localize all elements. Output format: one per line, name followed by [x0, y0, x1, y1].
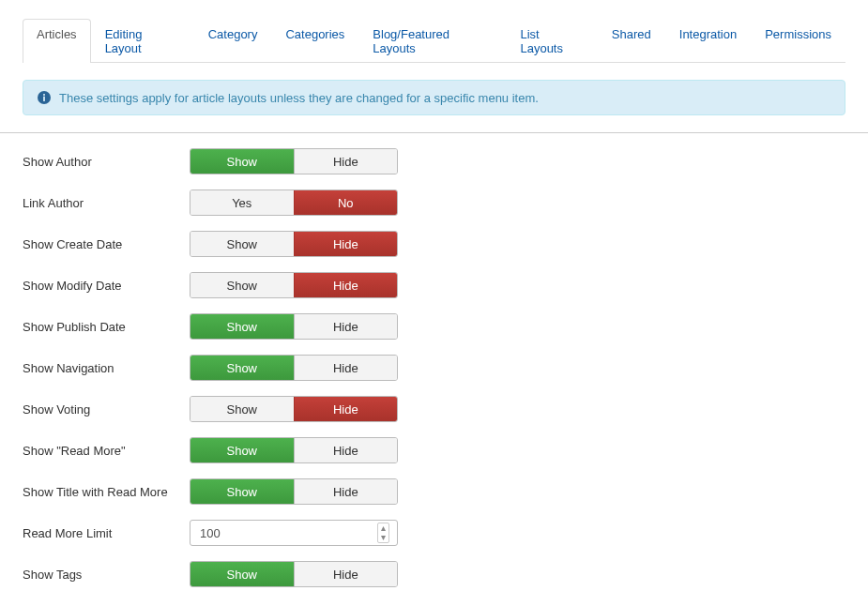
toggle-option[interactable]: Show: [190, 397, 294, 421]
tab-permissions[interactable]: Permissions: [751, 19, 845, 63]
toggle-option[interactable]: Yes: [190, 190, 294, 215]
toggle-option[interactable]: Hide: [294, 479, 398, 504]
toggle-option[interactable]: Hide: [294, 149, 398, 174]
toggle-option[interactable]: Show: [190, 438, 294, 462]
field-label: Show "Read More": [23, 444, 190, 458]
toggle-group: ShowHide: [190, 148, 398, 174]
toggle-group: YesNo: [190, 189, 398, 216]
info-alert-text: These settings apply for article layouts…: [59, 91, 539, 105]
tab-editing-layout[interactable]: Editing Layout: [91, 19, 194, 63]
info-icon: [37, 90, 52, 105]
field-row: Show Modify DateShowHide: [23, 272, 845, 298]
toggle-group: ShowHide: [190, 355, 398, 381]
field-label: Show Publish Date: [23, 320, 190, 334]
toggle-group: ShowHide: [190, 437, 398, 463]
tab-blog-featured-layouts[interactable]: Blog/Featured Layouts: [358, 19, 506, 63]
toggle-option[interactable]: Show: [190, 562, 294, 586]
tab-list-layouts[interactable]: List Layouts: [506, 19, 597, 63]
toggle-option[interactable]: Show: [190, 479, 294, 504]
field-row: Show Create DateShowHide: [23, 231, 845, 257]
field-label: Read More Limit: [23, 526, 190, 540]
svg-rect-2: [43, 94, 45, 96]
toggle-option[interactable]: Hide: [294, 356, 398, 380]
field-row: Read More Limit▴▾: [23, 520, 845, 546]
field-row: Show TagsShowHide: [23, 561, 845, 587]
field-row: Show AuthorShowHide: [23, 148, 845, 174]
svg-rect-1: [43, 97, 45, 101]
tab-shared[interactable]: Shared: [598, 19, 665, 63]
tab-integration[interactable]: Integration: [665, 19, 751, 63]
field-label: Show Modify Date: [23, 279, 190, 293]
field-row: Show Title with Read MoreShowHide: [23, 478, 845, 505]
toggle-option[interactable]: Hide: [294, 562, 398, 586]
toggle-option[interactable]: Show: [190, 232, 294, 256]
toggle-group: ShowHide: [190, 478, 398, 505]
divider: [0, 132, 868, 133]
number-field[interactable]: [198, 525, 377, 541]
toggle-option[interactable]: No: [294, 190, 398, 215]
field-row: Link AuthorYesNo: [23, 189, 845, 216]
toggle-option[interactable]: Hide: [294, 438, 398, 462]
field-label: Show Create Date: [23, 237, 190, 251]
toggle-group: ShowHide: [190, 396, 398, 422]
number-input[interactable]: ▴▾: [190, 520, 398, 546]
tabs-bar: ArticlesEditing LayoutCategoryCategories…: [23, 19, 845, 63]
field-label: Show Tags: [23, 568, 190, 582]
field-label: Show Navigation: [23, 361, 190, 375]
field-row: Show NavigationShowHide: [23, 355, 845, 381]
tab-category[interactable]: Category: [194, 19, 272, 63]
info-alert: These settings apply for article layouts…: [23, 80, 845, 115]
toggle-group: ShowHide: [190, 313, 398, 340]
toggle-option[interactable]: Show: [190, 149, 294, 174]
field-row: Show Publish DateShowHide: [23, 313, 845, 340]
toggle-option[interactable]: Hide: [294, 273, 398, 297]
toggle-option[interactable]: Hide: [294, 314, 398, 339]
toggle-option[interactable]: Show: [190, 273, 294, 297]
stepper-icon[interactable]: ▴▾: [377, 523, 389, 543]
toggle-option[interactable]: Show: [190, 356, 294, 380]
toggle-group: ShowHide: [190, 561, 398, 587]
tab-categories[interactable]: Categories: [271, 19, 358, 63]
field-row: Show "Read More"ShowHide: [23, 437, 845, 463]
field-row: Show VotingShowHide: [23, 396, 845, 422]
field-label: Show Title with Read More: [23, 485, 190, 499]
field-label: Show Voting: [23, 402, 190, 417]
tab-articles[interactable]: Articles: [23, 19, 91, 63]
field-label: Show Author: [23, 155, 190, 169]
toggle-option[interactable]: Show: [190, 314, 294, 339]
field-label: Link Author: [23, 196, 190, 210]
toggle-group: ShowHide: [190, 272, 398, 298]
toggle-option[interactable]: Hide: [294, 397, 398, 421]
toggle-group: ShowHide: [190, 231, 398, 257]
toggle-option[interactable]: Hide: [294, 232, 398, 256]
